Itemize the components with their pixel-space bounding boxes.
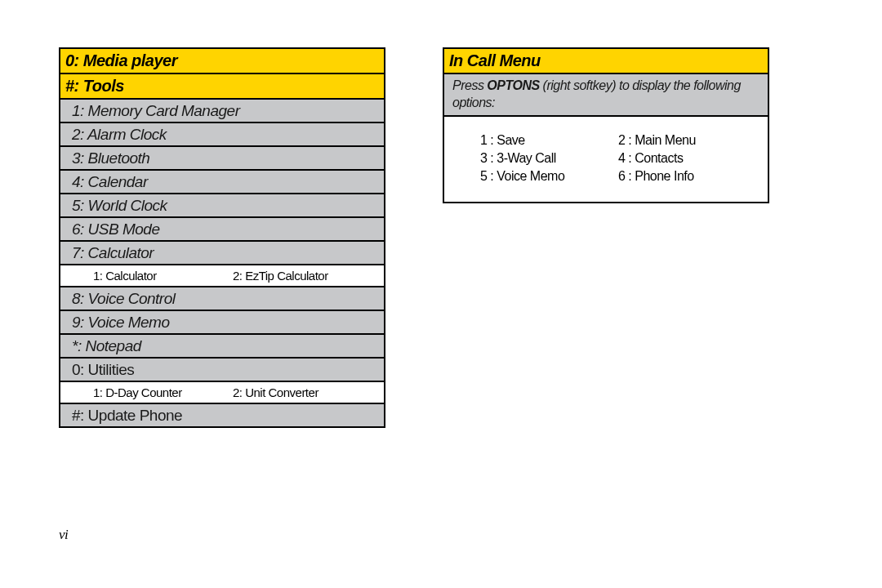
- list-item: 3: Bluetooth: [60, 145, 384, 169]
- sub-item: 2: Unit Converter: [233, 385, 372, 399]
- list-item-utilities: 0: Utilities: [60, 357, 384, 381]
- list-item: 6: USB Mode: [60, 216, 384, 240]
- option-item: 4 : Contacts: [618, 151, 756, 166]
- sub-item: 1: D-Day Counter: [93, 385, 233, 399]
- option-item: 3 : 3-Way Call: [480, 151, 618, 166]
- in-call-menu-header: In Call Menu: [444, 49, 768, 73]
- list-item: 9: Voice Memo: [60, 310, 384, 333]
- option-item: 5 : Voice Memo: [480, 169, 618, 184]
- left-column: 0: Media player #: Tools 1: Memory Card …: [59, 47, 385, 428]
- in-call-menu-box: In Call Menu Press OPTONS (right softkey…: [443, 47, 769, 203]
- list-item: 1: Memory Card Manager: [60, 98, 384, 122]
- tools-header: #: Tools: [60, 73, 384, 98]
- option-item: 2 : Main Menu: [618, 133, 756, 148]
- in-call-instruction: Press OPTONS (right softkey) to display …: [444, 73, 768, 115]
- instruction-text-pre: Press: [452, 78, 487, 92]
- list-item: 5: World Clock: [60, 193, 384, 216]
- list-item: *: Notepad: [60, 333, 384, 357]
- list-item-update-phone: #: Update Phone: [60, 403, 384, 426]
- page-number: vi: [59, 527, 68, 543]
- media-player-header: 0: Media player: [60, 49, 384, 73]
- sub-item: 2: EzTip Calculator: [233, 269, 372, 283]
- tools-menu-box: 0: Media player #: Tools 1: Memory Card …: [59, 47, 385, 428]
- instruction-text-bold: OPTONS: [487, 78, 539, 92]
- list-item: 8: Voice Control: [60, 286, 384, 310]
- in-call-options-grid: 1 : Save 2 : Main Menu 3 : 3-Way Call 4 …: [444, 115, 768, 202]
- sub-item: 1: Calculator: [93, 269, 233, 283]
- right-column: In Call Menu Press OPTONS (right softkey…: [443, 47, 769, 428]
- list-item: 4: Calendar: [60, 169, 384, 193]
- option-item: 1 : Save: [480, 133, 618, 148]
- utilities-subitems: 1: D-Day Counter 2: Unit Converter: [60, 381, 384, 403]
- calculator-subitems: 1: Calculator 2: EzTip Calculator: [60, 264, 384, 286]
- list-item: 7: Calculator: [60, 240, 384, 264]
- list-item: 2: Alarm Clock: [60, 122, 384, 145]
- option-item: 6 : Phone Info: [618, 169, 756, 184]
